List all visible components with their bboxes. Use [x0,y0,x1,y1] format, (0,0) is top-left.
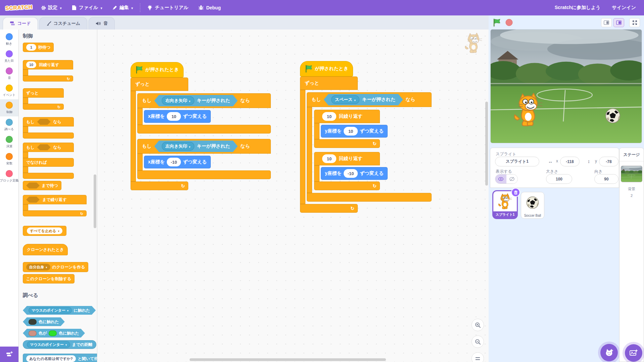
number-input[interactable]: -10 [344,169,358,178]
palette-scrollbar[interactable] [94,174,96,228]
palette-block-ask-and-wait[interactable]: あなたの名前は何ですか? と聞いて待つ [23,354,97,362]
category-events[interactable]: イベント [0,82,18,99]
script2-change-y-by-10[interactable]: y座標を 10 ずつ変える [321,125,388,138]
large-stage-button[interactable] [613,18,624,27]
hide-sprite-button[interactable] [506,174,517,184]
category-motion[interactable]: 動き [0,31,18,48]
script1-change-x-by-10[interactable]: x座標を 10 ずつ変える [144,110,211,123]
sprite-card-sprite1[interactable]: スプライト1 [493,191,517,218]
key-pressed-condition[interactable]: 左向き矢印 キーが押された [154,141,238,152]
number-input[interactable]: 1 [26,44,36,51]
number-input[interactable]: 10 [344,127,358,136]
menu-settings[interactable]: 設定 [36,0,67,15]
palette-block-wait[interactable]: 1 秒待つ [23,43,54,52]
palette-block-color-touching-color[interactable]: 色が 色に触れた [23,329,85,338]
script2-if-space[interactable]: もし スペース キーが押された なら 10回繰り返す [307,92,432,202]
y-position-input[interactable]: -78 [599,157,618,166]
boolean-slot[interactable] [26,183,40,189]
tab-sounds[interactable]: 音 [89,17,115,30]
key-pressed-condition[interactable]: スペース キーが押された [324,94,403,105]
zoom-reset-button[interactable] [472,352,484,362]
key-dropdown[interactable]: スペース [331,95,359,104]
script2-repeat-10-down[interactable]: 10回繰り返す y座標を -10 ずつ変える [314,152,388,190]
add-extension-button[interactable] [0,347,18,362]
palette-block-if[interactable]: もしなら [23,117,74,139]
menu-debug[interactable]: ? Debug [193,0,226,15]
boolean-slot[interactable] [26,197,40,203]
script1-when-flag-clicked[interactable]: が押されたとき [131,62,184,77]
script1-forever[interactable]: ずっと もし 右向き矢印 キーが押された なら [131,77,271,190]
palette-block-repeat-until[interactable]: まで繰り返す [23,195,87,216]
category-myblocks[interactable]: ブロック定義 [0,168,18,185]
palette-block-distance-to[interactable]: マウスのポインター までの距離 [23,340,96,349]
key-pressed-condition[interactable]: 右向き矢印 キーが押された [154,95,238,106]
add-sprite-button[interactable] [600,344,618,361]
number-input[interactable]: 10 [322,154,336,163]
number-input[interactable]: -10 [167,158,181,166]
script1-change-x-by-minus10[interactable]: x座標を -10 ずつ変える [144,156,211,168]
tab-costumes[interactable]: コスチューム [39,17,88,30]
palette-block-delete-clone[interactable]: このクローンを削除する [23,274,75,283]
palette-block-stop[interactable]: すべてを止める [23,226,66,236]
soccer-ball-sprite[interactable] [605,108,621,123]
boolean-slot[interactable] [37,119,51,125]
delete-sprite-button[interactable] [511,188,520,197]
script2-change-y-by-minus10[interactable]: y座標を -10 ずつ変える [321,167,388,180]
menu-edit[interactable]: 編集 [107,0,138,15]
direction-input[interactable]: 90 [594,174,618,184]
fullscreen-button[interactable] [629,18,640,27]
show-sprite-button[interactable] [495,174,506,184]
script2-repeat-10-up[interactable]: 10回繰り返す y座標を 10 ずつ変える [314,110,388,148]
distance-target-dropdown[interactable]: マウスのポインター [27,341,70,348]
ask-text-input[interactable]: あなたの名前は何ですか? [26,355,76,362]
x-position-input[interactable]: -118 [560,157,580,166]
category-variables[interactable]: 変数 [0,151,18,168]
join-scratch-link[interactable]: Scratchに参加しよう [555,5,601,11]
script2-when-flag-clicked[interactable]: が押されたとき [300,61,353,76]
number-input[interactable]: 10 [26,61,36,68]
palette-block-create-clone[interactable]: 自分自身 のクローンを作る [23,262,88,272]
script-arrow-keys[interactable]: が押されたとき ずっと もし 右向き矢印 キーが押された [131,62,271,190]
size-input[interactable]: 100 [546,174,572,184]
zoom-out-button[interactable] [472,335,484,348]
palette-block-forever[interactable]: ずっと [23,88,64,110]
tab-code[interactable]: コード [3,17,38,30]
script1-if-right-arrow[interactable]: もし 右向き矢印 キーが押された なら x座標を [137,93,271,134]
sign-in-link[interactable]: サインイン [612,5,636,11]
boolean-slot[interactable] [37,144,51,150]
stage-selector[interactable]: ステージ 背景 2 [619,148,644,362]
stop-button[interactable] [505,19,513,26]
cat-sprite[interactable] [512,93,544,127]
palette-block-repeat[interactable]: 10回繰り返す [23,60,73,82]
color-swatch[interactable] [29,330,37,336]
add-backdrop-button[interactable] [625,344,642,362]
small-stage-button[interactable] [601,18,612,27]
number-input[interactable]: 10 [322,112,336,121]
color-swatch[interactable] [29,319,37,325]
palette-block-wait-until[interactable]: まで待つ [23,181,61,190]
palette-block-if-else[interactable]: もしなら でなければ [23,143,74,179]
key-dropdown[interactable]: 右向き矢印 [162,96,194,105]
category-sensing[interactable]: 調べる [0,116,18,134]
category-sound[interactable]: 音 [0,65,18,82]
category-control[interactable]: 制御 [0,99,18,116]
clone-target-dropdown[interactable]: 自分自身 [26,264,50,270]
scratch-logo[interactable]: SCRATCH [5,4,33,11]
stage[interactable] [491,30,642,143]
sprite-card-soccer-ball[interactable]: Soccer Ball [521,192,544,219]
category-looks[interactable]: 見た目 [0,48,18,65]
code-workspace[interactable]: が押されたとき ずっと もし 右向き矢印 キーが押された [97,30,489,362]
color-swatch[interactable] [49,330,57,336]
workspace-vertical-scrollbar[interactable] [485,102,488,186]
category-operators[interactable]: 演算 [0,134,18,151]
script-space-key[interactable]: が押されたとき ずっと もし スペース キーが押された [300,61,432,213]
green-flag-button[interactable] [493,18,501,27]
backdrop-thumbnail[interactable] [621,166,642,182]
stop-option-dropdown[interactable]: すべてを止める [27,227,62,234]
palette-block-touching[interactable]: マウスのポインター に触れた [23,306,96,315]
key-dropdown[interactable]: 左向き矢印 [162,142,194,151]
touching-target-dropdown[interactable]: マウスのポインター [29,307,72,314]
number-input[interactable]: 10 [167,112,181,121]
script1-if-left-arrow[interactable]: もし 左向き矢印 キーが押された なら x座標を [137,139,271,179]
menu-file[interactable]: ファイル [67,0,107,15]
